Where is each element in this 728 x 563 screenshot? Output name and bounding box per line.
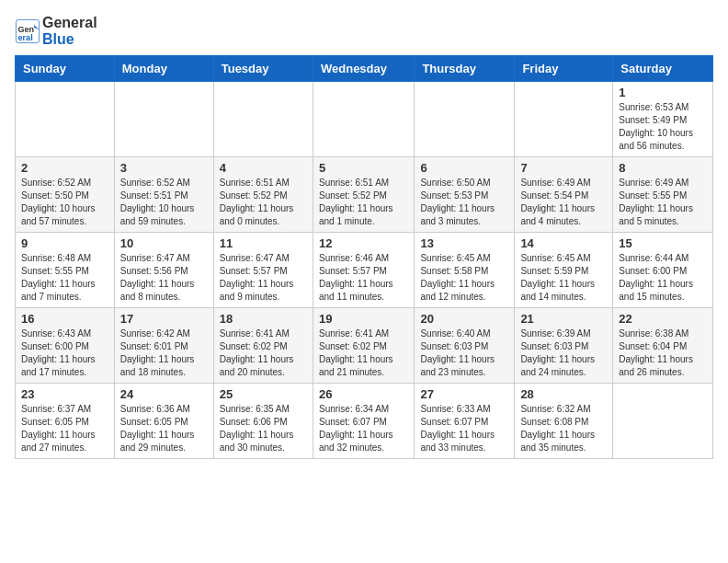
calendar-cell: [515, 82, 613, 157]
calendar-week-1: 1Sunrise: 6:53 AM Sunset: 5:49 PM Daylig…: [16, 82, 713, 157]
day-number: 12: [319, 236, 408, 250]
calendar-cell: 1Sunrise: 6:53 AM Sunset: 5:49 PM Daylig…: [613, 82, 713, 157]
weekday-header-wednesday: Wednesday: [313, 56, 414, 82]
calendar-cell: 2Sunrise: 6:52 AM Sunset: 5:50 PM Daylig…: [16, 157, 115, 233]
day-info: Sunrise: 6:45 AM Sunset: 5:59 PM Dayligh…: [520, 252, 607, 304]
day-info: Sunrise: 6:36 AM Sunset: 6:05 PM Dayligh…: [120, 403, 208, 454]
calendar-cell: 9Sunrise: 6:48 AM Sunset: 5:55 PM Daylig…: [16, 233, 115, 308]
calendar-cell: 19Sunrise: 6:41 AM Sunset: 6:02 PM Dayli…: [313, 308, 414, 384]
day-info: Sunrise: 6:46 AM Sunset: 5:57 PM Dayligh…: [319, 252, 408, 304]
calendar-cell: 25Sunrise: 6:35 AM Sunset: 6:06 PM Dayli…: [213, 384, 313, 459]
svg-text:eral: eral: [18, 33, 33, 42]
day-number: 1: [619, 86, 707, 99]
day-info: Sunrise: 6:39 AM Sunset: 6:03 PM Dayligh…: [520, 327, 607, 379]
calendar-cell: 11Sunrise: 6:47 AM Sunset: 5:57 PM Dayli…: [213, 233, 313, 308]
day-info: Sunrise: 6:52 AM Sunset: 5:50 PM Dayligh…: [21, 177, 108, 228]
calendar-cell: [16, 82, 115, 157]
weekday-header-tuesday: Tuesday: [213, 56, 313, 82]
day-number: 6: [420, 161, 508, 175]
day-info: Sunrise: 6:34 AM Sunset: 6:07 PM Dayligh…: [319, 403, 408, 454]
calendar-cell: 8Sunrise: 6:49 AM Sunset: 5:55 PM Daylig…: [613, 157, 713, 233]
day-number: 19: [319, 312, 408, 326]
calendar-cell: 5Sunrise: 6:51 AM Sunset: 5:52 PM Daylig…: [313, 157, 414, 233]
day-number: 14: [520, 236, 607, 250]
calendar-cell: 18Sunrise: 6:41 AM Sunset: 6:02 PM Dayli…: [213, 308, 313, 384]
calendar-cell: 15Sunrise: 6:44 AM Sunset: 6:00 PM Dayli…: [613, 233, 713, 308]
calendar-cell: [415, 82, 515, 157]
day-number: 21: [520, 312, 607, 326]
day-number: 13: [420, 236, 508, 250]
day-number: 2: [21, 161, 108, 175]
day-info: Sunrise: 6:51 AM Sunset: 5:52 PM Dayligh…: [319, 177, 408, 228]
day-number: 26: [319, 387, 408, 401]
day-number: 3: [120, 161, 208, 175]
day-info: Sunrise: 6:48 AM Sunset: 5:55 PM Dayligh…: [21, 252, 108, 304]
calendar-week-5: 23Sunrise: 6:37 AM Sunset: 6:05 PM Dayli…: [16, 384, 713, 459]
day-number: 8: [619, 161, 707, 175]
calendar-cell: [114, 82, 213, 157]
day-info: Sunrise: 6:51 AM Sunset: 5:52 PM Dayligh…: [220, 177, 307, 228]
calendar-cell: 28Sunrise: 6:32 AM Sunset: 6:08 PM Dayli…: [515, 384, 613, 459]
day-number: 5: [319, 161, 408, 175]
day-info: Sunrise: 6:41 AM Sunset: 6:02 PM Dayligh…: [220, 327, 307, 379]
calendar-week-4: 16Sunrise: 6:43 AM Sunset: 6:00 PM Dayli…: [16, 308, 713, 384]
day-number: 22: [619, 312, 707, 326]
day-info: Sunrise: 6:44 AM Sunset: 6:00 PM Dayligh…: [619, 252, 707, 304]
day-info: Sunrise: 6:40 AM Sunset: 6:03 PM Dayligh…: [420, 327, 508, 379]
day-info: Sunrise: 6:41 AM Sunset: 6:02 PM Dayligh…: [319, 327, 408, 379]
day-number: 27: [420, 387, 508, 401]
logo: Gen eral General Blue: [15, 15, 97, 48]
day-number: 18: [220, 312, 307, 326]
calendar-cell: 13Sunrise: 6:45 AM Sunset: 5:58 PM Dayli…: [415, 233, 515, 308]
day-info: Sunrise: 6:53 AM Sunset: 5:49 PM Dayligh…: [619, 101, 707, 153]
calendar-table: SundayMondayTuesdayWednesdayThursdayFrid…: [15, 55, 713, 459]
day-info: Sunrise: 6:45 AM Sunset: 5:58 PM Dayligh…: [420, 252, 508, 304]
day-number: 15: [619, 236, 707, 250]
calendar-cell: 12Sunrise: 6:46 AM Sunset: 5:57 PM Dayli…: [313, 233, 414, 308]
day-info: Sunrise: 6:35 AM Sunset: 6:06 PM Dayligh…: [220, 403, 307, 454]
day-number: 9: [21, 236, 108, 250]
calendar-cell: 7Sunrise: 6:49 AM Sunset: 5:54 PM Daylig…: [515, 157, 613, 233]
calendar-cell: 27Sunrise: 6:33 AM Sunset: 6:07 PM Dayli…: [415, 384, 515, 459]
logo-general-text: General: [42, 15, 97, 30]
day-number: 24: [120, 387, 208, 401]
logo-blue-text: Blue: [42, 31, 74, 47]
day-number: 25: [220, 387, 307, 401]
day-info: Sunrise: 6:43 AM Sunset: 6:00 PM Dayligh…: [21, 327, 108, 379]
day-number: 23: [21, 387, 108, 401]
calendar-cell: 22Sunrise: 6:38 AM Sunset: 6:04 PM Dayli…: [613, 308, 713, 384]
day-info: Sunrise: 6:37 AM Sunset: 6:05 PM Dayligh…: [21, 403, 108, 454]
day-info: Sunrise: 6:50 AM Sunset: 5:53 PM Dayligh…: [420, 177, 508, 228]
calendar-cell: 10Sunrise: 6:47 AM Sunset: 5:56 PM Dayli…: [114, 233, 213, 308]
calendar-cell: 17Sunrise: 6:42 AM Sunset: 6:01 PM Dayli…: [114, 308, 213, 384]
weekday-header-row: SundayMondayTuesdayWednesdayThursdayFrid…: [16, 56, 713, 82]
weekday-header-thursday: Thursday: [415, 56, 515, 82]
calendar-cell: 24Sunrise: 6:36 AM Sunset: 6:05 PM Dayli…: [114, 384, 213, 459]
weekday-header-friday: Friday: [515, 56, 613, 82]
day-number: 20: [420, 312, 508, 326]
calendar-cell: 4Sunrise: 6:51 AM Sunset: 5:52 PM Daylig…: [213, 157, 313, 233]
logo-icon: Gen eral: [15, 18, 40, 44]
day-info: Sunrise: 6:33 AM Sunset: 6:07 PM Dayligh…: [420, 403, 508, 454]
day-number: 28: [520, 387, 607, 401]
day-info: Sunrise: 6:47 AM Sunset: 5:56 PM Dayligh…: [120, 252, 208, 304]
weekday-header-sunday: Sunday: [16, 56, 115, 82]
day-info: Sunrise: 6:52 AM Sunset: 5:51 PM Dayligh…: [120, 177, 208, 228]
calendar-cell: [313, 82, 414, 157]
day-info: Sunrise: 6:47 AM Sunset: 5:57 PM Dayligh…: [220, 252, 307, 304]
day-number: 11: [220, 236, 307, 250]
weekday-header-monday: Monday: [114, 56, 213, 82]
calendar-cell: 20Sunrise: 6:40 AM Sunset: 6:03 PM Dayli…: [415, 308, 515, 384]
calendar-week-3: 9Sunrise: 6:48 AM Sunset: 5:55 PM Daylig…: [16, 233, 713, 308]
calendar-cell: [213, 82, 313, 157]
day-info: Sunrise: 6:38 AM Sunset: 6:04 PM Dayligh…: [619, 327, 707, 379]
page-header: Gen eral General Blue: [15, 15, 713, 48]
day-number: 7: [520, 161, 607, 175]
day-number: 17: [120, 312, 208, 326]
calendar-cell: 14Sunrise: 6:45 AM Sunset: 5:59 PM Dayli…: [515, 233, 613, 308]
day-info: Sunrise: 6:49 AM Sunset: 5:54 PM Dayligh…: [520, 177, 607, 228]
day-number: 10: [120, 236, 208, 250]
calendar-cell: 26Sunrise: 6:34 AM Sunset: 6:07 PM Dayli…: [313, 384, 414, 459]
calendar-cell: 21Sunrise: 6:39 AM Sunset: 6:03 PM Dayli…: [515, 308, 613, 384]
calendar-cell: 6Sunrise: 6:50 AM Sunset: 5:53 PM Daylig…: [415, 157, 515, 233]
